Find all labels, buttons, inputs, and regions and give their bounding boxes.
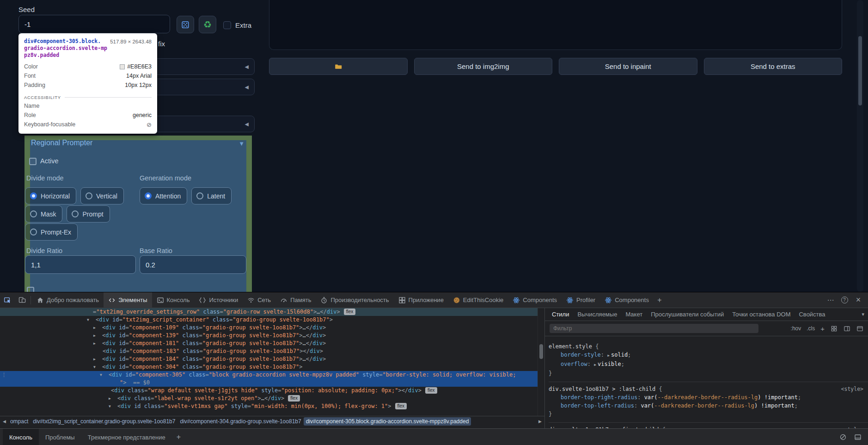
divide-ratio-input[interactable] — [25, 255, 136, 274]
css-selector[interactable]: div.svelte-1oo81b7 > :last-child — [549, 386, 655, 392]
devtools-tab-memory[interactable]: Память — [275, 292, 316, 308]
dom-tree-node[interactable]: ⋮▼<div id="component-305" class="block g… — [0, 371, 538, 379]
devtools-tab-sources[interactable]: Источники — [194, 292, 243, 308]
regional-prompter-title[interactable]: Regional Prompter — [31, 139, 92, 147]
radio-option-horizontal[interactable]: Horizontal — [25, 187, 76, 204]
random-seed-button[interactable] — [177, 16, 194, 33]
clear-icon[interactable] — [839, 433, 847, 441]
device-toolbar-button[interactable] — [15, 292, 30, 308]
dom-tree-node[interactable]: <div id="component-183" class="gradio-gr… — [0, 347, 538, 355]
collapse-arrow-icon[interactable]: ▼ — [87, 316, 96, 324]
chevron-down-icon[interactable]: ▾ — [858, 311, 868, 317]
expand-shorthand-icon[interactable]: ▶ — [607, 353, 610, 358]
css-property[interactable]: overflow: ▶visible; — [549, 360, 868, 369]
page-scrollbar[interactable] — [857, 0, 863, 292]
add-drawer-tab-button[interactable]: + — [172, 433, 185, 441]
sidebar-tab-styles[interactable]: Стили — [548, 308, 573, 321]
panel-layout-icon[interactable] — [854, 433, 862, 441]
expand-arrow-icon[interactable]: ▶ — [109, 395, 117, 402]
dom-tree-node[interactable]: ▼<div id="txt2img_script_container" clas… — [0, 316, 538, 324]
extra-seed-checkbox[interactable] — [223, 21, 231, 29]
inspect-element-button[interactable] — [0, 292, 15, 308]
panel-options-icon[interactable] — [856, 325, 863, 332]
devtools-tab-editthiscookie[interactable]: EditThisCookie — [448, 292, 508, 308]
breadcrumb-scroll-left-icon[interactable]: ◀ — [1, 419, 8, 424]
active-checkbox[interactable] — [29, 158, 37, 165]
devtools-tab-welcome[interactable]: Добро пожаловать — [32, 292, 104, 308]
devtools-tab-performance[interactable]: Производительность — [316, 292, 393, 308]
expand-arrow-icon[interactable]: ▶ — [93, 340, 102, 347]
scrollbar-thumb[interactable] — [539, 344, 543, 359]
expand-arrow-icon[interactable]: ▶ — [93, 355, 102, 363]
open-output-folder-button[interactable] — [269, 58, 408, 75]
send-to-img2img-button[interactable]: Send to img2img — [414, 58, 553, 75]
breadcrumb-item[interactable]: ompact — [8, 417, 31, 426]
devtools-tab-network[interactable]: Сеть — [243, 292, 275, 308]
breadcrumb-item[interactable]: div#component-305.block.gradio-accordion… — [304, 417, 471, 426]
dom-tree-node[interactable]: ▼<div id class="svelte-vt1mxs gap" style… — [0, 402, 538, 410]
devtools-tab-profiler[interactable]: Profiler — [562, 292, 600, 308]
more-tools-button[interactable]: + — [654, 292, 666, 308]
breadcrumb-scroll-right-icon[interactable]: ▶ — [537, 419, 544, 424]
new-style-rule-button[interactable]: + — [820, 325, 825, 333]
styles-filter-input[interactable] — [550, 324, 758, 333]
flex-badge[interactable]: flex — [288, 395, 300, 402]
radio-option-prompt[interactable]: Prompt — [67, 205, 110, 222]
flex-badge[interactable]: flex — [425, 387, 437, 394]
element-classes-button[interactable]: .cls — [807, 325, 815, 332]
close-devtools-button[interactable]: × — [851, 292, 865, 308]
reuse-seed-button[interactable]: ♻ — [199, 16, 216, 33]
help-button[interactable]: ? — [837, 292, 851, 308]
send-to-extras-button[interactable]: Send to extras — [704, 58, 843, 75]
send-to-inpaint-button[interactable]: Send to inpaint — [559, 58, 697, 75]
node-options-icon[interactable]: ⋮ — [1, 371, 6, 379]
dom-tree-node[interactable]: ▶<div id="component-139" class="gradio-g… — [0, 332, 538, 340]
expand-arrow-icon[interactable]: ▶ — [93, 332, 102, 340]
toggle-element-state-button[interactable]: :hov — [791, 325, 801, 332]
clipped-checkbox[interactable] — [27, 287, 34, 292]
css-selector[interactable]: element.style — [549, 343, 592, 350]
radio-option-vertical[interactable]: Vertical — [80, 187, 124, 204]
devtools-menu-button[interactable]: ⋯ — [824, 292, 837, 308]
drawer-tab-issues[interactable]: Проблемы — [39, 429, 81, 445]
sidebar-tab-dom-breakpoints[interactable]: Точки останова DOM — [728, 308, 795, 321]
dom-tree-node[interactable]: "> == $0 — [0, 379, 538, 387]
sidebar-tab-properties[interactable]: Свойства — [795, 308, 829, 321]
radio-option-prompt-ex[interactable]: Prompt-Ex — [25, 223, 78, 241]
dom-tree-node[interactable]: ▶<div class="label-wrap svelte-s1r2yt op… — [0, 395, 538, 402]
sidebar-tab-event-listeners[interactable]: Прослушиватели событий — [647, 308, 728, 321]
seed-input[interactable] — [18, 15, 170, 33]
breadcrumb-item[interactable]: div#txt2img_script_container.gradio-grou… — [31, 417, 177, 426]
expanded-caret-icon[interactable]: ▼ — [238, 140, 245, 147]
dom-tree-node[interactable]: ="txt2img_override_settings_row" class="… — [0, 308, 538, 316]
flex-badge[interactable]: flex — [344, 309, 356, 315]
dom-tree-node[interactable]: ▶<div id="component-184" class="gradio-g… — [0, 355, 538, 363]
drawer-tab-console[interactable]: Консоль — [3, 429, 39, 445]
css-property[interactable]: border-style: ▶solid; — [549, 351, 868, 360]
radio-option-mask[interactable]: Mask — [25, 205, 62, 222]
breadcrumb-item[interactable]: div#component-304.gradio-group.svelte-1o… — [177, 417, 303, 426]
devtools-tab-elements[interactable]: Элементы — [104, 292, 152, 308]
scrollbar-thumb[interactable] — [858, 36, 862, 105]
expand-shorthand-icon[interactable]: ▶ — [594, 363, 596, 367]
style-source-link[interactable]: <style> — [841, 385, 863, 393]
collapse-arrow-icon[interactable]: ▼ — [109, 402, 117, 410]
collapse-arrow-icon[interactable]: ▼ — [100, 371, 109, 379]
base-ratio-input[interactable] — [140, 255, 246, 274]
radio-option-attention[interactable]: Attention — [140, 187, 187, 204]
devtools-tab-console[interactable]: Консоль — [152, 292, 195, 308]
css-property[interactable]: border-top-right-radius: var(--darkreade… — [549, 393, 868, 402]
devtools-tab-components-2[interactable]: Components — [600, 292, 654, 308]
radio-option-latent[interactable]: Latent — [191, 187, 232, 204]
flex-badge[interactable]: flex — [395, 403, 407, 409]
expand-arrow-icon[interactable]: ▶ — [93, 324, 102, 332]
computed-styles-icon[interactable] — [830, 325, 837, 332]
css-property[interactable]: border-top-left-radius: var(--darkreader… — [549, 402, 868, 410]
elements-scrollbar[interactable] — [538, 308, 544, 416]
devtools-tab-application[interactable]: Приложение — [394, 292, 448, 308]
dom-tree-node[interactable]: ▶<div id="component-181" class="gradio-g… — [0, 340, 538, 347]
collapse-arrow-icon[interactable]: ▼ — [93, 363, 102, 371]
drawer-tab-3d-view[interactable]: Трехмерное представление — [81, 429, 172, 445]
sidebar-tab-layout[interactable]: Макет — [621, 308, 647, 321]
dom-tree-node[interactable]: ▶<div id="component-109" class="gradio-g… — [0, 324, 538, 332]
